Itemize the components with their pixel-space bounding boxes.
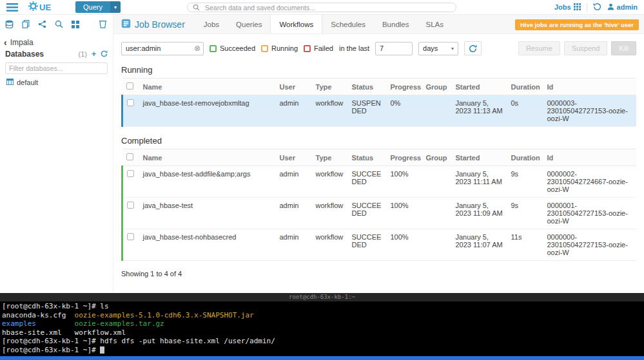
app-header: Job Browser Jobs Queries Workflows Sched… xyxy=(113,15,644,34)
topbar-divider xyxy=(587,3,587,12)
job-type: workflow xyxy=(312,166,348,198)
terminal-body[interactable]: [root@cdh-63x-kb-1 ~]# ls anaconda-ks.cf… xyxy=(0,301,644,355)
user-label: admin xyxy=(617,3,638,11)
row-checkbox[interactable] xyxy=(127,170,134,177)
table-row[interactable]: java_hbase-test admin workflow SUCCEEDED… xyxy=(122,198,637,229)
assist-apps-icon[interactable] xyxy=(72,19,79,31)
terminal-line: hbase-site.xml workflow.xml xyxy=(2,328,642,337)
query-button[interactable]: Query ▾ xyxy=(75,1,121,13)
job-type: workflow xyxy=(312,95,348,127)
tab-queries[interactable]: Queries xyxy=(228,15,270,33)
search-icon xyxy=(193,2,200,14)
col-type: Type xyxy=(312,79,348,95)
kill-button[interactable]: Kill xyxy=(611,41,636,55)
topbar-right: Jobs admin xyxy=(554,3,638,12)
job-status: SUSPENDED xyxy=(348,95,387,127)
history-button[interactable] xyxy=(593,3,601,12)
jobs-link[interactable]: Jobs xyxy=(554,3,581,12)
filter-succeeded[interactable]: Succeeded xyxy=(210,44,255,52)
refresh-jobs-button[interactable] xyxy=(464,41,482,55)
select-all-checkbox[interactable] xyxy=(126,153,133,160)
databases-label[interactable]: Databases xyxy=(5,50,44,59)
days-count-input[interactable] xyxy=(375,42,413,55)
assist-sources-icon[interactable] xyxy=(5,19,14,31)
tab-bundles[interactable]: Bundles xyxy=(374,15,418,33)
col-duration: Duration xyxy=(507,79,543,95)
user-filter-input[interactable] xyxy=(121,42,204,55)
hue-gear-icon xyxy=(28,1,38,13)
user-menu[interactable]: admin xyxy=(607,3,638,12)
job-id: 0000000-230105042727153-oozie-oozi-W xyxy=(543,229,637,261)
table-row[interactable]: java_hbase-test-removejobxmltag admin wo… xyxy=(122,95,637,127)
assist-documents-icon[interactable] xyxy=(22,19,30,31)
clear-filter-icon[interactable]: ⊗ xyxy=(194,44,200,53)
filter-databases-input[interactable] xyxy=(5,62,108,74)
caret-down-icon: ▾ xyxy=(110,1,121,13)
hamburger-menu-icon[interactable] xyxy=(6,3,18,12)
col-started: Started xyxy=(452,149,507,166)
running-jobs-table: Name User Type Status Progress Group Sta… xyxy=(121,78,636,127)
time-unit-select[interactable]: days ▾ xyxy=(418,42,458,55)
global-search xyxy=(187,3,456,12)
assist-sidebar: ‹ Impala Databases (1) + default xyxy=(0,15,113,293)
tab-schedules[interactable]: Schedules xyxy=(322,15,374,33)
failed-checkbox[interactable] xyxy=(304,45,311,52)
job-status: SUCCEEDED xyxy=(348,166,387,198)
running-checkbox[interactable] xyxy=(261,45,268,52)
failed-label: Failed xyxy=(314,44,333,52)
completed-jobs-table: Name User Type Status Progress Group Sta… xyxy=(121,149,636,261)
app-title: Job Browser xyxy=(113,15,195,33)
trash-icon[interactable] xyxy=(99,19,106,31)
job-started: January 5, 2023 11:07 AM xyxy=(452,229,507,261)
filter-running[interactable]: Running xyxy=(261,44,298,52)
succeeded-label: Succeeded xyxy=(220,44,255,52)
database-item-label: default xyxy=(17,79,38,86)
col-id: Id xyxy=(543,79,637,95)
job-name-link[interactable]: java_hbase-test-removejobxmltag xyxy=(139,95,276,127)
select-all-checkbox[interactable] xyxy=(126,82,133,90)
job-status: SUCCEEDED xyxy=(348,198,387,229)
database-item-default[interactable]: default xyxy=(0,75,113,90)
job-started: January 5, 2023 11:11 AM xyxy=(452,166,507,198)
job-progress: 100% xyxy=(387,166,422,198)
assist-source-header: ‹ Impala xyxy=(0,35,113,48)
assist-search-icon[interactable] xyxy=(55,19,63,31)
table-row[interactable]: java_hbase-test-addfile&amp;args admin w… xyxy=(122,166,637,198)
row-checkbox[interactable] xyxy=(127,202,134,209)
job-browser-icon xyxy=(121,19,131,30)
job-name-link[interactable]: java_hbase-test-addfile&amp;args xyxy=(139,166,276,198)
tab-slas[interactable]: SLAs xyxy=(418,15,453,33)
job-group xyxy=(422,166,452,198)
filter-failed[interactable]: Failed xyxy=(304,44,333,52)
job-started: January 5, 2023 11:13 AM xyxy=(452,95,507,127)
col-name: Name xyxy=(139,149,276,166)
search-input[interactable] xyxy=(204,3,451,12)
assist-icon-strip xyxy=(0,15,113,35)
suspend-button[interactable]: Suspend xyxy=(564,41,607,55)
tab-workflows[interactable]: Workflows xyxy=(270,15,322,33)
job-duration: 9s xyxy=(507,198,543,229)
chevron-left-icon[interactable]: ‹ xyxy=(4,39,7,46)
job-group xyxy=(422,95,452,127)
add-database-icon[interactable]: + xyxy=(92,51,96,57)
tab-jobs[interactable]: Jobs xyxy=(195,15,228,33)
source-title[interactable]: Impala xyxy=(10,38,34,47)
row-checkbox[interactable] xyxy=(127,233,134,240)
assist-share-icon[interactable] xyxy=(38,19,46,31)
refresh-databases-icon[interactable] xyxy=(101,50,108,58)
history-icon xyxy=(593,3,601,12)
terminal-titlebar[interactable]: root@cdh-63x-kb-1:~ xyxy=(0,293,644,301)
query-button-label: Query xyxy=(75,1,110,13)
row-checkbox[interactable] xyxy=(127,99,134,106)
job-name-link[interactable]: java_hbase-test xyxy=(139,198,276,229)
job-status: SUCCEEDED xyxy=(348,229,387,261)
terminal-window[interactable]: root@cdh-63x-kb-1:~ [root@cdh-63x-kb-1 ~… xyxy=(0,293,644,356)
table-row[interactable]: java_hbase-test-nohbasecred admin workfl… xyxy=(122,229,637,261)
succeeded-checkbox[interactable] xyxy=(210,45,217,52)
resume-button[interactable]: Resume xyxy=(518,41,560,55)
pagination-summary: Showing 1 to 4 of 4 xyxy=(121,270,636,278)
hue-logo[interactable]: UE xyxy=(28,1,51,13)
jobs-label: Jobs xyxy=(554,3,571,11)
job-group xyxy=(422,198,452,229)
job-name-link[interactable]: java_hbase-test-nohbasecred xyxy=(139,229,276,261)
